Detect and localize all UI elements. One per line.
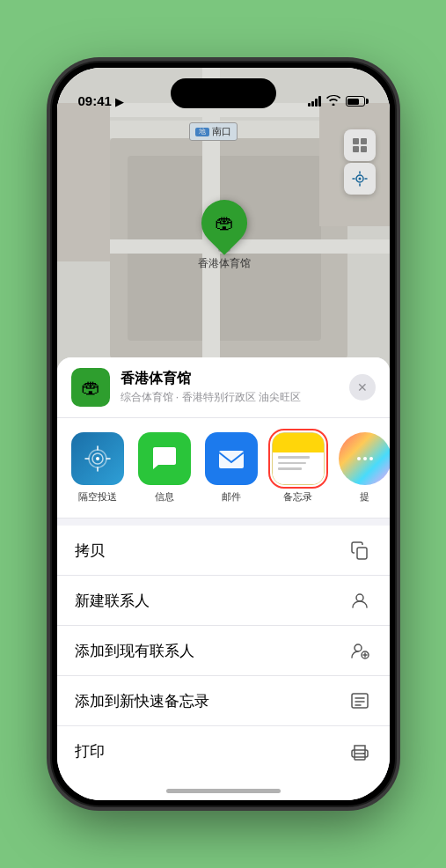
location-card: 🏟 香港体育馆 综合体育馆 · 香港特别行政区 油尖旺区 ✕ bbox=[57, 357, 390, 418]
mail-label: 邮件 bbox=[222, 490, 241, 504]
action-new-contact[interactable]: 新建联系人 bbox=[57, 576, 390, 626]
bar-4 bbox=[318, 96, 321, 107]
signal-bars bbox=[308, 96, 321, 107]
svg-rect-13 bbox=[219, 451, 244, 468]
mail-icon bbox=[205, 432, 258, 485]
location-subtitle: 综合体育馆 · 香港特别行政区 油尖旺区 bbox=[121, 390, 339, 405]
print-icon bbox=[347, 739, 372, 763]
home-indicator bbox=[166, 789, 281, 793]
bar-1 bbox=[308, 103, 311, 107]
svg-point-18 bbox=[356, 594, 363, 601]
app-item-messages[interactable]: 信息 bbox=[135, 432, 194, 504]
bar-2 bbox=[311, 101, 314, 107]
messages-label: 信息 bbox=[155, 490, 174, 504]
notes-icon bbox=[272, 432, 325, 485]
map-pin-container: 🏟 香港体育馆 bbox=[198, 200, 251, 271]
messages-icon bbox=[138, 432, 191, 485]
location-card-icon: 🏟 bbox=[71, 368, 110, 407]
copy-icon bbox=[347, 538, 372, 563]
svg-point-29 bbox=[363, 753, 365, 754]
new-contact-icon bbox=[347, 588, 372, 613]
status-icons bbox=[308, 94, 369, 110]
location-name: 香港体育馆 bbox=[121, 370, 339, 388]
app-item-more[interactable]: 提 bbox=[335, 432, 390, 504]
more-label: 提 bbox=[360, 490, 369, 504]
svg-rect-17 bbox=[357, 548, 367, 559]
map-pin-label: 香港体育馆 bbox=[198, 256, 251, 271]
svg-point-16 bbox=[369, 457, 373, 460]
notes-label: 备忘录 bbox=[283, 490, 312, 504]
map-pin-icon: 🏟 bbox=[215, 211, 234, 234]
app-item-airdrop[interactable]: 隔空投送 bbox=[68, 432, 128, 504]
battery bbox=[346, 96, 369, 107]
print-label: 打印 bbox=[75, 741, 105, 761]
new-contact-label: 新建联系人 bbox=[75, 591, 150, 611]
svg-point-19 bbox=[355, 644, 362, 651]
location-info: 香港体育馆 综合体育馆 · 香港特别行政区 油尖旺区 bbox=[121, 370, 339, 405]
svg-point-14 bbox=[357, 457, 361, 460]
status-time: 09:41 bbox=[78, 93, 112, 110]
action-list: 拷贝 新建联系人 bbox=[57, 526, 390, 776]
copy-label: 拷贝 bbox=[75, 541, 105, 561]
wifi-icon bbox=[326, 94, 340, 108]
action-print[interactable]: 打印 bbox=[57, 726, 390, 776]
apps-row: 隔空投送 信息 bbox=[57, 418, 390, 519]
phone-frame: 09:41 ▶ bbox=[52, 63, 395, 805]
map-pin: 🏟 bbox=[192, 190, 257, 255]
quick-note-label: 添加到新快速备忘录 bbox=[75, 691, 209, 711]
phone-screen: 09:41 ▶ bbox=[57, 68, 390, 800]
share-sheet: 🏟 香港体育馆 综合体育馆 · 香港特别行政区 油尖旺区 ✕ bbox=[57, 357, 390, 800]
airdrop-label: 隔空投送 bbox=[78, 490, 117, 504]
action-quick-note[interactable]: 添加到新快速备忘录 bbox=[57, 676, 390, 726]
action-add-contact[interactable]: 添加到现有联系人 bbox=[57, 626, 390, 676]
add-contact-label: 添加到现有联系人 bbox=[75, 641, 194, 661]
app-item-mail[interactable]: 邮件 bbox=[201, 432, 261, 504]
dynamic-island bbox=[171, 78, 276, 108]
airdrop-icon bbox=[71, 432, 124, 485]
quick-note-icon bbox=[347, 688, 372, 713]
close-button[interactable]: ✕ bbox=[349, 374, 376, 401]
add-contact-icon bbox=[347, 638, 372, 663]
location-icon: ▶ bbox=[115, 95, 124, 108]
app-item-notes[interactable]: 备忘录 bbox=[268, 432, 328, 504]
bar-3 bbox=[315, 99, 318, 107]
more-icon bbox=[339, 432, 390, 485]
home-indicator-area bbox=[57, 776, 390, 800]
svg-point-8 bbox=[96, 457, 99, 460]
svg-point-15 bbox=[363, 457, 367, 460]
action-copy[interactable]: 拷贝 bbox=[57, 526, 390, 576]
